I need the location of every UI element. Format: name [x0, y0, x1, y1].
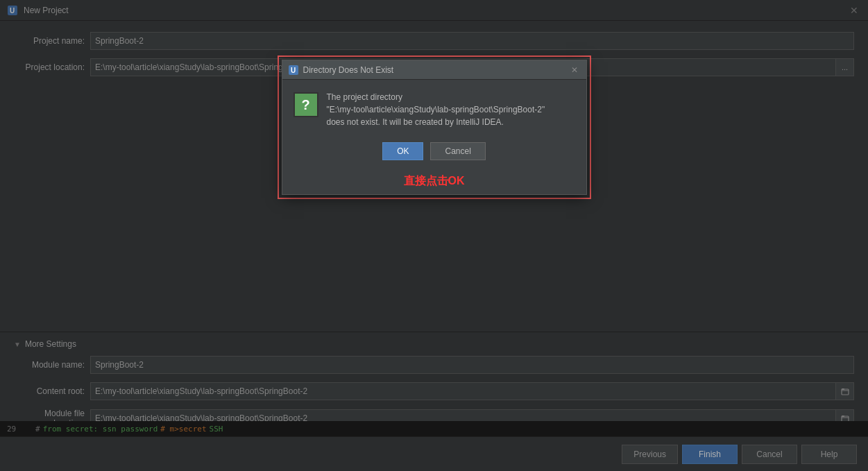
dialog-title-text: Directory Does Not Exist — [303, 65, 568, 75]
dialog-body: ? The project directory "E:\my-tool\arti… — [282, 80, 586, 137]
dialog-close-button[interactable]: ✕ — [568, 64, 581, 76]
dialog-box: U Directory Does Not Exist ✕ ? The proje… — [282, 60, 587, 195]
dialog-overlay: U Directory Does Not Exist ✕ ? The proje… — [0, 0, 868, 471]
dialog-title-bar: U Directory Does Not Exist ✕ — [282, 60, 586, 80]
dialog-title-icon: U — [288, 65, 299, 76]
dialog-message: The project directory "E:\my-tool\articl… — [327, 91, 545, 128]
svg-text:U: U — [291, 67, 296, 74]
question-icon: ? — [293, 92, 318, 117]
dialog-cancel-button[interactable]: Cancel — [430, 142, 485, 160]
dialog-ok-button[interactable]: OK — [382, 142, 423, 160]
dialog-highlight-border: U Directory Does Not Exist ✕ ? The proje… — [278, 55, 591, 199]
dialog-buttons: OK Cancel — [282, 137, 586, 170]
dialog-annotation: 直接点击OK — [282, 170, 586, 194]
